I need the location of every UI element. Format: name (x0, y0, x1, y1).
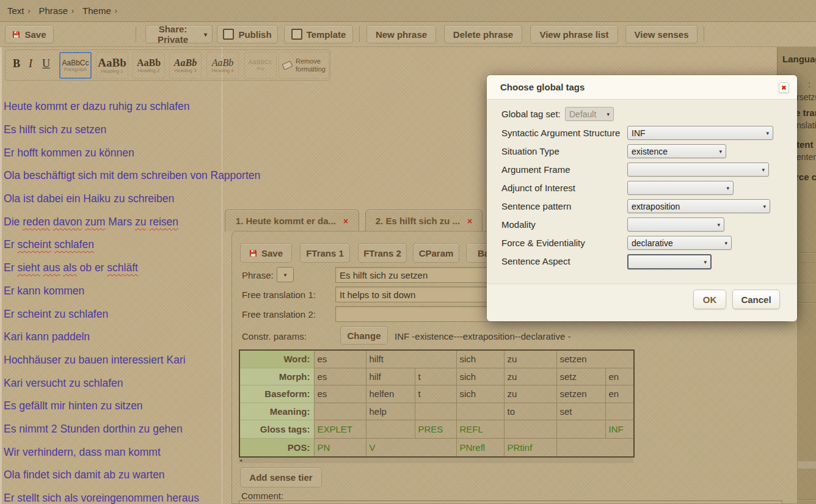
gloss-cell[interactable]: PRES (415, 420, 456, 438)
editor-tab-cparam[interactable]: CParam (413, 243, 459, 263)
phrase-list-item[interactable]: Kari versucht zu schlafen (4, 371, 221, 395)
toolbar-action-delete-phrase-button[interactable]: Delete phrase (444, 25, 522, 43)
gloss-cell[interactable]: hilft (366, 350, 456, 368)
style-button-h4[interactable]: AaBbHeading 4 (206, 52, 239, 79)
modal-field-select-argument-frame[interactable]: ▾ (627, 163, 769, 177)
gloss-cell[interactable] (415, 403, 456, 420)
gloss-cell[interactable]: PN (314, 438, 366, 457)
phrase-list-item[interactable]: Er hofft kommen zu können (4, 141, 221, 164)
gloss-cell[interactable]: zu (504, 368, 556, 385)
phrase-list-item[interactable]: Heute kommt er dazu ruhig zu schlafen (4, 95, 221, 119)
gloss-cell[interactable]: en (605, 385, 634, 403)
gloss-cell[interactable]: setzen (556, 385, 605, 403)
gloss-cell[interactable]: helfen (366, 385, 415, 403)
underline-button[interactable]: U (42, 57, 50, 70)
phrase-list-item[interactable]: Es gefällt mir hinten zu sitzen (4, 395, 221, 418)
phrase-list-item[interactable]: Es hilft sich zu setzen (4, 119, 221, 142)
template-checkbox[interactable] (291, 29, 302, 40)
gloss-cell[interactable]: V (366, 438, 456, 457)
modal-field-select-modality[interactable]: ▾ (627, 217, 724, 232)
gloss-cell[interactable]: sich (456, 350, 504, 368)
style-button-h1[interactable]: AaBbHeading 1 (96, 52, 128, 79)
gloss-cell[interactable]: help (366, 403, 415, 420)
gloss-cell[interactable]: zu (504, 350, 556, 368)
remove-formatting-button[interactable]: Remove formatting (279, 52, 329, 79)
gloss-cell[interactable]: sich (456, 368, 504, 385)
template-checkbox-button[interactable]: Template (284, 25, 353, 43)
breadcrumb-item[interactable]: Text (7, 5, 24, 16)
phrase-number-select[interactable]: ▾ (277, 267, 294, 282)
phrase-list-item[interactable]: Ola ist dabei ein Haiku zu schreiben (4, 188, 221, 211)
phrase-list-item[interactable]: Wir verhindern, dass man kommt (4, 440, 221, 464)
share-select[interactable]: Share: Private ▾ (145, 25, 213, 43)
gloss-cell[interactable] (556, 438, 634, 457)
change-constr-params-button[interactable]: Change (340, 326, 388, 345)
gloss-cell[interactable] (605, 403, 634, 420)
gloss-cell[interactable]: es (314, 350, 366, 368)
phrase-list-item[interactable]: Ola beschäftigt sich mit dem schreiben v… (4, 164, 221, 188)
dialog-titlebar[interactable]: Choose global tags (487, 75, 797, 100)
phrase-save-button[interactable]: Save (240, 243, 292, 263)
editor-tab-ftrans-1[interactable]: FTrans 1 (300, 243, 350, 263)
gloss-cell[interactable]: t (415, 368, 456, 385)
style-button-h2[interactable]: AaBbHeading 2 (133, 52, 165, 79)
add-sense-tier-button[interactable]: Add sense tier (240, 467, 322, 488)
gloss-cell[interactable]: setzen (556, 350, 634, 368)
style-button-h3[interactable]: AaBbHeading 3 (169, 52, 202, 79)
toolbar-action-new-phrase-button[interactable]: New phrase (366, 25, 436, 43)
modal-field-select-situation-type[interactable]: existence▾ (627, 144, 726, 158)
table-scrollbar[interactable]: ◂ (239, 458, 633, 463)
editor-tab-ftrans-2[interactable]: FTrans 2 (358, 243, 407, 263)
gloss-cell[interactable] (456, 403, 504, 420)
gloss-cell[interactable]: sich (456, 385, 504, 403)
modal-field-select-syntactic-argument-structure[interactable]: INF▾ (627, 126, 773, 140)
gloss-cell[interactable]: hilf (366, 368, 415, 385)
gloss-cell[interactable]: REFL (456, 420, 504, 438)
phrase-tab-2[interactable]: 2. Es hilft sich zu ...× (365, 210, 483, 232)
dialog-close-button[interactable]: ✖ (779, 82, 789, 93)
publish-checkbox-button[interactable]: Publish (217, 25, 278, 43)
modal-field-select-sentence-aspect[interactable]: ▾ (627, 254, 712, 269)
publish-checkbox[interactable] (223, 29, 234, 40)
phrase-list-item[interactable]: Kari kann paddeln (4, 326, 221, 349)
tab-close-icon[interactable]: × (343, 216, 348, 226)
gloss-cell[interactable]: en (605, 368, 634, 385)
gloss-cell[interactable]: zu (504, 385, 556, 403)
gloss-cell[interactable]: t (415, 385, 456, 403)
gloss-cell[interactable]: PNrefl (456, 438, 504, 457)
phrase-list-item[interactable]: Er scheint zu schlafen (4, 302, 221, 326)
style-button-pre[interactable]: AaBbCcPre (244, 52, 277, 79)
scroll-left-icon[interactable]: ◂ (239, 458, 242, 463)
modal-field-select-adjunct-of-interest[interactable]: ▾ (627, 181, 734, 195)
phrase-list-item[interactable]: Hochhäuser zu bauen interessiert Kari (4, 349, 221, 372)
gloss-cell[interactable]: es (314, 368, 366, 385)
phrase-list-item[interactable]: Er stellt sich als voreingenommen heraus (4, 487, 221, 504)
phrase-list-item[interactable]: Er sieht aus als ob er schläft (4, 257, 221, 280)
gloss-cell[interactable]: EXPLET (314, 420, 366, 438)
modal-field-select-sentence-pattern[interactable]: extraposition▾ (627, 199, 770, 213)
phrase-list-item[interactable]: Es nimmt 2 Stunden dorthin zu gehen (4, 418, 221, 441)
global-tag-set-select[interactable]: Default ▾ (565, 107, 614, 121)
gloss-cell[interactable]: setz (556, 368, 605, 385)
gloss-cell[interactable] (556, 420, 605, 438)
tab-close-icon[interactable]: × (467, 216, 472, 226)
gloss-cell[interactable] (366, 420, 415, 438)
ok-button[interactable]: OK (693, 290, 726, 309)
comment-input[interactable] (239, 500, 782, 504)
gloss-cell[interactable] (314, 403, 366, 420)
phrase-list-item[interactable]: Die reden davon zum Mars zu reisen (4, 210, 221, 233)
gloss-cell[interactable]: to (504, 403, 556, 420)
phrase-tab-1[interactable]: 1. Heute kommt er da...× (225, 210, 359, 232)
gloss-cell[interactable] (504, 420, 556, 438)
toolbar-action-view-senses-button[interactable]: View senses (625, 25, 698, 43)
breadcrumb-item[interactable]: Theme (82, 5, 111, 16)
gloss-cell[interactable]: es (314, 385, 366, 403)
gloss-cell[interactable]: PRtinf (504, 438, 556, 457)
modal-field-select-force-evidentiality[interactable]: declarative▾ (627, 236, 732, 250)
cancel-button[interactable]: Cancel (732, 290, 780, 309)
phrase-list-item[interactable]: Er scheint schlafen (4, 233, 221, 257)
phrase-list-item[interactable]: Ola findet sich damit ab zu warten (4, 464, 221, 487)
bold-button[interactable]: B (13, 57, 20, 70)
toolbar-action-view-phrase-list-button[interactable]: View phrase list (530, 25, 618, 43)
style-button-paragraph[interactable]: AaBbCcParagraph (59, 52, 92, 79)
